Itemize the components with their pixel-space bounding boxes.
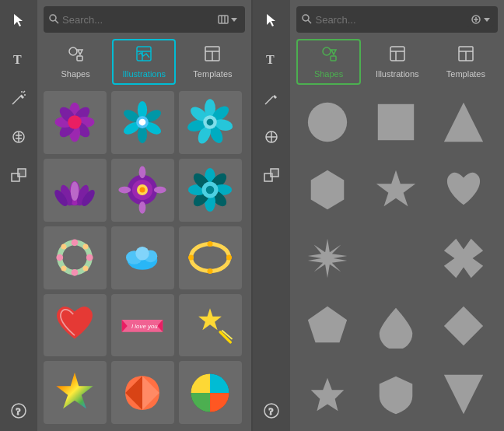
illus-item-6[interactable] (179, 159, 242, 222)
svg-point-93 (188, 255, 194, 261)
right-tabs: Shapes Illustrations (296, 39, 498, 85)
svg-point-81 (72, 269, 79, 276)
right-shapes-tab-label: Shapes (314, 69, 343, 79)
illus-item-7[interactable] (44, 226, 107, 289)
shape-pentagon[interactable] (296, 296, 359, 358)
right-text-icon[interactable]: T (259, 47, 284, 72)
svg-marker-104 (267, 14, 275, 26)
right-templates-tab-label: Templates (446, 69, 485, 79)
svg-point-94 (226, 255, 232, 261)
left-tab-shapes[interactable]: Shapes (44, 39, 107, 85)
left-shapes-tab-icon (67, 45, 84, 66)
left-panel: T (0, 0, 251, 431)
shape-starburst[interactable] (296, 227, 359, 289)
right-panel: T ? (253, 0, 504, 431)
pen-icon[interactable] (6, 124, 31, 149)
shape-hexagon[interactable] (296, 159, 359, 222)
illus-item-14[interactable] (111, 361, 174, 424)
right-cursor-icon[interactable] (259, 8, 284, 33)
shape-shield[interactable] (365, 363, 427, 425)
right-transform-icon[interactable] (259, 163, 284, 188)
illus-item-5[interactable] (111, 159, 174, 222)
right-tab-shapes[interactable]: Shapes (296, 39, 360, 85)
svg-point-44 (139, 119, 146, 126)
shape-triangle[interactable] (432, 91, 495, 153)
illus-item-10[interactable] (44, 294, 107, 357)
illus-item-15[interactable] (179, 361, 242, 424)
illus-item-3[interactable] (179, 91, 242, 154)
shape-x[interactable] (432, 227, 495, 289)
svg-marker-136 (444, 307, 483, 345)
right-tab-illustrations[interactable]: Illustrations (366, 39, 429, 85)
right-illustrations-tab-icon (389, 45, 406, 66)
right-search-options-button[interactable] (467, 12, 493, 27)
svg-rect-21 (77, 56, 82, 61)
svg-point-65 (139, 166, 146, 179)
svg-line-106 (265, 96, 273, 104)
right-help-icon[interactable]: ? (259, 398, 284, 423)
left-templates-tab-icon (204, 45, 221, 66)
illus-item-13[interactable] (44, 361, 107, 424)
left-content: Shapes Illustrations (37, 0, 251, 431)
svg-marker-101 (198, 308, 222, 330)
svg-marker-107 (273, 95, 277, 99)
illus-item-1[interactable] (44, 91, 107, 154)
illus-item-12[interactable] (179, 294, 242, 357)
svg-point-60 (71, 182, 79, 201)
help-icon[interactable]: ? (6, 398, 31, 423)
illus-item-4[interactable] (44, 159, 107, 222)
svg-text:T: T (266, 53, 275, 66)
svg-text:I love you: I love you (131, 323, 158, 330)
shape-crescent[interactable] (365, 227, 427, 289)
right-magic-wand-icon[interactable] (259, 86, 284, 110)
text-icon[interactable]: T (6, 47, 31, 72)
svg-marker-102 (57, 373, 93, 408)
svg-line-114 (308, 20, 311, 23)
svg-point-13 (50, 15, 56, 21)
right-search-input[interactable] (315, 14, 464, 26)
right-tab-templates[interactable]: Templates (434, 39, 498, 85)
illus-item-11[interactable]: I love you (111, 294, 174, 357)
shape-circle[interactable] (296, 91, 359, 153)
shape-square[interactable] (365, 91, 427, 153)
svg-marker-130 (444, 103, 483, 142)
cursor-icon[interactable] (6, 8, 31, 33)
svg-marker-135 (308, 307, 347, 342)
right-toolbar: T ? (253, 0, 290, 431)
shape-arrow-star[interactable] (296, 363, 359, 425)
left-search-input[interactable] (62, 14, 211, 26)
shape-star[interactable] (365, 159, 427, 222)
left-tab-templates[interactable]: Templates (180, 39, 244, 85)
shape-heart[interactable] (432, 159, 495, 222)
svg-rect-110 (271, 169, 278, 177)
shape-raindrop[interactable] (365, 296, 427, 358)
illus-item-2[interactable] (111, 91, 174, 154)
shape-triangle-down[interactable] (432, 363, 495, 425)
left-search-options-button[interactable] (214, 12, 240, 27)
left-tab-illustrations[interactable]: Illustrations (112, 39, 176, 85)
svg-marker-134 (444, 239, 483, 278)
right-pen-icon[interactable] (259, 124, 284, 149)
svg-marker-131 (311, 170, 345, 209)
svg-point-68 (154, 187, 166, 194)
svg-point-91 (135, 247, 149, 261)
svg-rect-15 (219, 16, 228, 23)
svg-text:T: T (13, 53, 22, 66)
svg-point-128 (308, 103, 347, 142)
svg-line-6 (23, 91, 25, 93)
transform-icon[interactable] (6, 163, 31, 188)
svg-marker-138 (444, 375, 483, 414)
svg-point-36 (68, 116, 82, 130)
svg-marker-20 (78, 50, 82, 54)
illus-item-8[interactable] (111, 226, 174, 289)
shape-diamond[interactable] (432, 296, 495, 358)
left-templates-tab-label: Templates (193, 69, 232, 79)
right-templates-tab-icon (457, 45, 474, 66)
magic-wand-icon[interactable] (6, 86, 31, 110)
svg-point-66 (139, 201, 146, 214)
svg-marker-137 (311, 377, 345, 411)
right-illustrations-tab-label: Illustrations (376, 69, 419, 79)
left-illustrations-tab-icon (135, 45, 152, 66)
illus-item-9[interactable] (179, 226, 242, 289)
svg-point-80 (72, 239, 79, 246)
